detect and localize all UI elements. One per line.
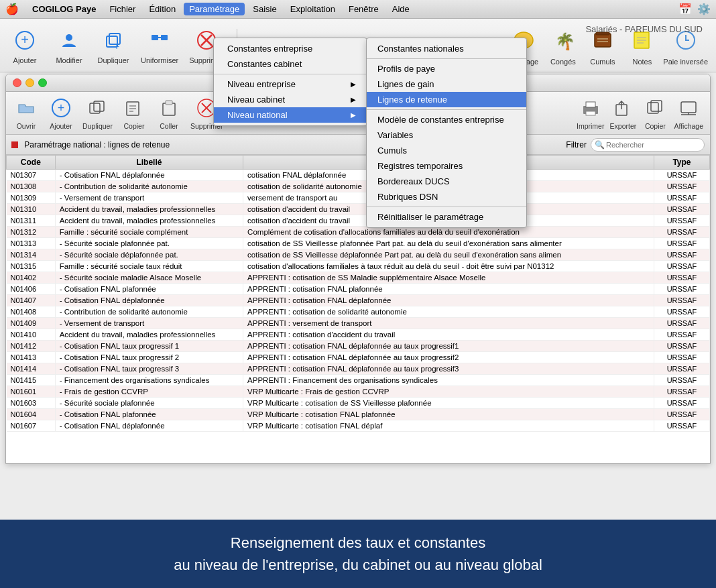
window-paste-button[interactable]: Coller [156,96,182,130]
cell-libelle: - Cotisation FNAL plafonnée [55,284,243,295]
filter-label: Filtrer [566,140,587,150]
copy-right-button[interactable]: Copier [642,96,668,130]
print-button[interactable]: Imprimer [577,96,604,130]
menubar-exploitation[interactable]: Exploitation [285,3,341,15]
table-row[interactable]: N01607 - Cotisation FNAL déplafonnée VRP… [7,420,710,432]
cell-code: N01309 [7,192,56,204]
table-row[interactable]: N01312 Famille : sécurité sociale complé… [7,227,710,238]
table-row[interactable]: N01415 - Financement des organisations s… [7,375,710,386]
cell-desc: VRP Multicarte : Frais de gestion CCVRP [243,386,654,398]
profils-paye-item[interactable]: Profils de paye [367,61,526,76]
svg-text:+: + [58,101,65,115]
filter-area: Filtrer 🔍 [566,138,705,152]
cell-type: URSSAF [654,306,709,318]
affichage-button[interactable]: Affichage [674,96,703,130]
cell-code: N01603 [7,398,56,409]
cell-desc: Complément de cotisation d'allocations f… [243,227,654,238]
table-row[interactable]: N01309 - Versement de transport versemen… [7,192,710,204]
table-row[interactable]: N01604 - Cotisation FNAL plafonnée VRP M… [7,409,710,420]
cell-desc: cotisation d'allocations familiales à ta… [243,261,654,272]
calendar-icon[interactable]: 📅 [678,3,692,15]
table-row[interactable]: N01402 - Sécurité sociale maladie Alsace… [7,272,710,284]
param-badge [11,141,18,148]
svg-point-2 [66,34,72,41]
window-copy-button[interactable]: Copier [121,96,147,130]
cell-code: N01601 [7,386,56,398]
cell-libelle: - Versement de transport [55,192,243,204]
rubriques-dsn-item[interactable]: Rubriques DSN [367,189,526,204]
close-button[interactable] [13,78,21,87]
col-header-code: Code [7,156,56,170]
modele-constantes-item[interactable]: Modèle de constantes entreprise [367,112,526,127]
niveau-entreprise-item[interactable]: Niveau entreprise [214,76,367,92]
cell-code: N01402 [7,272,56,284]
svg-rect-15 [595,34,611,47]
table-row[interactable]: N01410 Accident du travail, maladies pro… [7,329,710,341]
uniformize-icon [146,27,173,54]
filter-input[interactable] [591,138,705,152]
variables-item[interactable]: Variables [367,127,526,143]
table-row[interactable]: N01414 - Cotisation FNAL taux progressif… [7,363,710,375]
svg-rect-6 [152,35,158,40]
add-icon: + [11,27,38,54]
lignes-gain-item[interactable]: Lignes de gain [367,76,526,92]
apple-menu[interactable]: 🍎 [5,3,19,15]
menubar-app-name[interactable]: COGILOG Paye [27,3,101,15]
minimize-button[interactable] [25,78,34,87]
open-button[interactable]: Ouvrir [13,96,40,130]
table-row[interactable]: N01406 - Cotisation FNAL plafonnée APPRE… [7,284,710,295]
bordereaux-ducs-item[interactable]: Bordereaux DUCS [367,174,526,189]
cell-libelle: - Cotisation FNAL taux progressif 2 [55,352,243,363]
table-row[interactable]: N01314 - Sécurité sociale déplafonnée pa… [7,249,710,261]
cell-libelle: - Sécurité sociale maladie Alsace Mosell… [55,272,243,284]
maximize-button[interactable] [38,78,47,87]
table-row[interactable]: N01408 - Contribution de solidarité auto… [7,306,710,318]
table-row[interactable]: N01412 - Cotisation FNAL taux progressif… [7,341,710,352]
table-row[interactable]: N01307 - Cotisation FNAL déplafonnée cot… [7,170,710,181]
export-icon [611,96,635,120]
niveau-national-item[interactable]: Niveau national [214,107,367,123]
niveau-cabinet-item[interactable]: Niveau cabinet [214,92,367,107]
table-row[interactable]: N01311 Accident du travail, maladies pro… [7,215,710,227]
table-row[interactable]: N01601 - Frais de gestion CCVRP VRP Mult… [7,386,710,398]
table-row[interactable]: N01409 - Versement de transport APPRENTI… [7,318,710,329]
duplicate-button[interactable]: + Dupliquer [97,27,130,64]
table-row[interactable]: N01315 Famille : sécurité sociale taux r… [7,261,710,272]
lignes-retenue-table: Code Libellé Type N01307 - Cotisation FN… [6,155,710,432]
lignes-retenue-item[interactable]: Lignes de retenue [367,92,526,107]
export-button[interactable]: Exporter [609,96,636,130]
constantes-entreprise-item[interactable]: Constantes entreprise [214,41,367,56]
data-table-container: Code Libellé Type N01307 - Cotisation FN… [6,155,710,463]
window-duplicate-button[interactable]: Dupliquer [82,96,113,130]
window-paste-icon [157,96,181,120]
menubar-saisie[interactable]: Saisie [247,3,282,15]
window-add-button[interactable]: + Ajouter [48,96,74,130]
modify-button[interactable]: Modifier [52,27,86,64]
svg-text:🌴: 🌴 [555,32,574,51]
menubar-parametrage[interactable]: Paramétrage [184,3,245,15]
uniformize-button[interactable]: Uniformiser [141,27,178,64]
modify-icon [56,27,82,54]
table-row[interactable]: N01413 - Cotisation FNAL taux progressif… [7,352,710,363]
menubar-fichier[interactable]: Fichier [104,3,141,15]
reinitialiser-item[interactable]: Réinitialiser le paramétrage [367,209,526,225]
cumuls-item[interactable]: Cumuls [367,143,526,158]
registres-temp-item[interactable]: Registres temporaires [367,158,526,174]
settings-icon[interactable]: ⚙️ [697,3,711,15]
table-row[interactable]: N01603 - Sécurité sociale plafonnée VRP … [7,398,710,409]
table-row[interactable]: N01308 - Contribution de solidarité auto… [7,181,710,192]
cell-desc: APPRENTI : cotisation de SS Maladie supp… [243,272,654,284]
menubar-aide[interactable]: Aide [387,3,415,15]
add-button[interactable]: + Ajouter [8,27,42,64]
menubar-fenetre[interactable]: Fenêtre [343,3,384,15]
table-row[interactable]: N01407 - Cotisation FNAL déplafonnée APP… [7,295,710,306]
table-row[interactable]: N01310 Accident du travail, maladies pro… [7,204,710,215]
constantes-cabinet-item[interactable]: Constantes cabinet [214,56,367,72]
conges-button[interactable]: 🌴 Congés [544,25,581,66]
window-copy-icon [122,96,146,120]
constantes-nationales-item[interactable]: Constantes nationales [367,41,526,56]
table-row[interactable]: N01313 - Sécurité sociale plafonnée pat.… [7,238,710,249]
cell-code: N01313 [7,238,56,249]
menubar-edition[interactable]: Édition [143,3,181,15]
cell-type: URSSAF [654,386,709,398]
